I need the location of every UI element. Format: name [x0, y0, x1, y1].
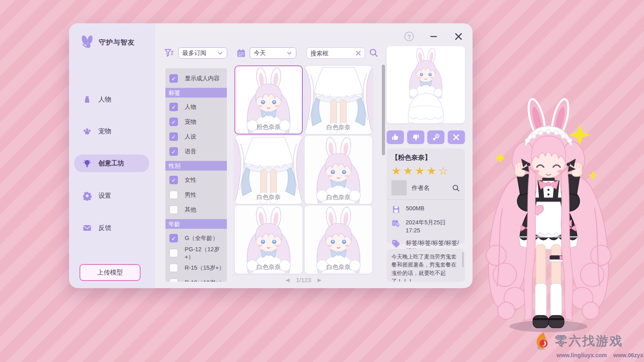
model-info-card: 【粉色奈奈】 ★★★★☆ 作者名	[387, 148, 465, 244]
author-avatar	[391, 180, 407, 195]
filter-panel: 显示成人内容 标签 人物 宠物 人设 语音 性别	[165, 68, 227, 282]
filter-option-gender-other[interactable]: 其他	[165, 202, 227, 217]
checkbox-checked-icon[interactable]	[169, 234, 178, 242]
steam-button[interactable]	[427, 130, 444, 144]
close-preview-button[interactable]	[448, 130, 465, 144]
checkbox-checked-icon[interactable]	[169, 132, 178, 141]
help-icon: ?	[407, 33, 411, 40]
next-page-icon[interactable]: ▶	[318, 277, 322, 283]
help-button[interactable]: ?	[404, 32, 414, 41]
model-card-label: 白色奈奈	[235, 193, 302, 201]
filter-section-gender: 性别	[165, 161, 227, 171]
checkbox-checked-icon[interactable]	[169, 74, 178, 83]
model-card[interactable]: 白色奈奈	[234, 135, 303, 204]
description-scrollbar-thumb[interactable]	[462, 252, 464, 267]
star-icon[interactable]: ★	[391, 165, 403, 177]
filter-option-show-adult[interactable]: 显示成人内容	[165, 71, 227, 86]
sidebar-item-character[interactable]: 人物	[74, 91, 149, 108]
filter-option-label: PG-12（12岁+）	[185, 246, 227, 261]
tag-icon	[391, 239, 401, 248]
filter-option-tag-character[interactable]: 人物	[165, 100, 227, 114]
like-button[interactable]	[387, 130, 404, 144]
clear-icon[interactable]	[355, 50, 361, 56]
filter-option-age-r18[interactable]: R-18（18岁+）	[165, 275, 227, 282]
star-icon[interactable]: ★	[403, 165, 415, 177]
filter-option-tag-pet[interactable]: 宠物	[165, 114, 227, 129]
rating-stars[interactable]: ★★★★☆	[391, 166, 460, 177]
filter-option-label: 显示成人内容	[185, 75, 220, 82]
steam-icon	[432, 133, 440, 142]
mascot-character	[477, 92, 622, 341]
filter-section-label: 年龄	[169, 220, 180, 228]
dislike-button[interactable]	[407, 130, 424, 144]
checkbox-unchecked-icon[interactable]	[169, 279, 178, 282]
sidebar-item-workshop[interactable]: 创意工坊	[74, 155, 149, 172]
checkbox-unchecked-icon[interactable]	[169, 249, 178, 257]
minimize-button[interactable]	[428, 31, 439, 42]
model-grid: 粉色奈奈 白色奈奈 白色奈奈 白色奈奈 白色奈奈 白色奈奈	[234, 65, 373, 274]
filter-option-tag-voice[interactable]: 语音	[165, 144, 227, 159]
bunny-logo-icon	[79, 35, 95, 49]
app-logo-row: 守护与智友	[79, 35, 135, 49]
model-card[interactable]: 白色奈奈	[304, 135, 373, 204]
filter-option-gender-male[interactable]: 男性	[165, 187, 227, 202]
star-icon[interactable]: ★	[427, 165, 438, 177]
tags-line1: 标签/标签/标签/标签/	[406, 239, 459, 247]
filter-option-label: 人设	[185, 133, 196, 140]
checkbox-checked-icon[interactable]	[169, 118, 178, 126]
model-card-label: 白色奈奈	[305, 124, 372, 131]
mascot-torso	[535, 174, 562, 202]
sidebar-item-pet[interactable]: 宠物	[74, 122, 149, 140]
sort-row: 最多订阅	[164, 47, 227, 59]
sort-dropdown-value: 最多订阅	[182, 49, 206, 57]
model-card[interactable]: 粉色奈奈	[234, 65, 303, 134]
search-button[interactable]	[369, 48, 379, 58]
file-size-row: 500MB	[391, 205, 460, 214]
thumbs-down-icon	[411, 133, 420, 142]
date-dropdown[interactable]: 今天	[250, 47, 296, 59]
grid-scrollbar-thumb[interactable]	[382, 65, 385, 155]
file-size-value: 500MB	[406, 205, 424, 213]
search-input[interactable]	[310, 50, 353, 57]
checkbox-unchecked-icon[interactable]	[169, 205, 178, 214]
brand-name: 零六找游戏	[555, 333, 623, 350]
sidebar-item-settings[interactable]: 设置	[74, 187, 149, 205]
filter-section-age: 年龄	[165, 219, 227, 229]
divider	[387, 199, 465, 200]
model-card[interactable]: 白色奈奈	[234, 205, 303, 274]
minimize-icon	[430, 33, 438, 41]
filter-option-tag-persona[interactable]: 人设	[165, 129, 227, 144]
star-icon[interactable]: ★	[415, 165, 426, 177]
star-icon[interactable]: ☆	[438, 165, 450, 177]
sidebar-item-feedback[interactable]: 反馈	[74, 219, 149, 237]
window-controls: ?	[404, 31, 464, 42]
author-search-icon[interactable]	[452, 184, 460, 192]
close-button[interactable]	[453, 31, 464, 42]
model-preview-image	[387, 46, 465, 123]
model-card[interactable]: 白色奈奈	[304, 65, 373, 134]
filter-option-label: G（全年龄）	[185, 234, 218, 242]
filter-option-age-r15[interactable]: R-15（15岁+）	[165, 260, 227, 275]
filter-option-label: 其他	[185, 206, 196, 214]
sort-dropdown[interactable]: 最多订阅	[178, 47, 227, 59]
model-card[interactable]: 白色奈奈	[304, 205, 373, 274]
calendar-clock-icon	[391, 219, 400, 228]
prev-page-icon[interactable]: ◀	[285, 277, 289, 283]
checkbox-checked-icon[interactable]	[169, 176, 178, 184]
filter-option-label: 人物	[185, 103, 196, 111]
checkbox-unchecked-icon[interactable]	[169, 264, 178, 272]
checkbox-checked-icon[interactable]	[169, 103, 178, 111]
sidebar-item-label: 创意工坊	[98, 159, 124, 168]
person-icon	[82, 95, 92, 104]
checkbox-checked-icon[interactable]	[169, 147, 178, 156]
date-dropdown-value: 今天	[254, 49, 266, 57]
upload-model-button[interactable]: 上传模型	[79, 264, 141, 281]
calendar-filter-button[interactable]	[236, 48, 246, 58]
filter-option-age-pg12[interactable]: PG-12（12岁+）	[165, 246, 227, 260]
chevron-down-icon	[217, 50, 223, 56]
filter-option-age-g[interactable]: G（全年龄）	[165, 231, 227, 246]
filter-option-gender-female[interactable]: 女性	[165, 173, 227, 187]
checkbox-unchecked-icon[interactable]	[169, 191, 178, 199]
filter-section-label: 性别	[169, 162, 180, 170]
preview-illustration	[387, 46, 465, 123]
